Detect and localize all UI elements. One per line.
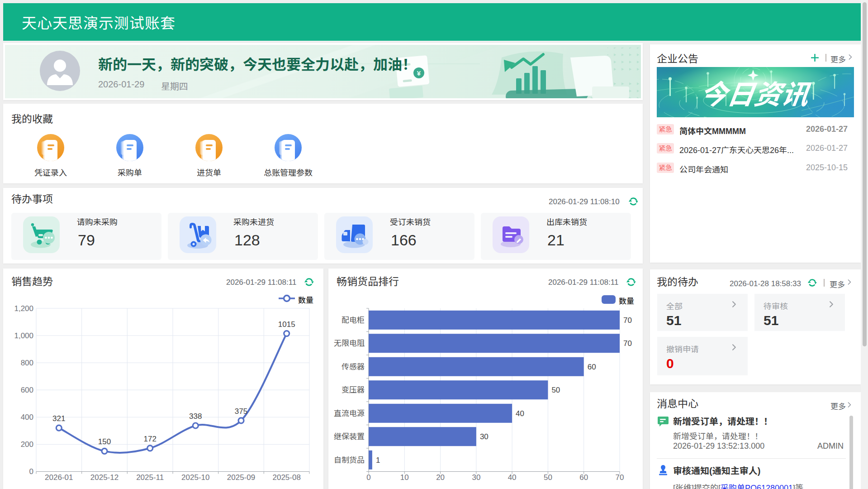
svg-text:10: 10	[400, 473, 409, 482]
svg-text:自制货品: 自制货品	[334, 456, 365, 465]
svg-text:172: 172	[144, 435, 157, 443]
svg-text:200: 200	[21, 440, 33, 449]
svg-text:50: 50	[551, 386, 560, 394]
svg-text:40: 40	[508, 473, 517, 482]
svg-text:2025-11: 2025-11	[136, 473, 164, 482]
svg-text:2025-10: 2025-10	[181, 473, 209, 482]
svg-text:30: 30	[472, 473, 480, 482]
svg-text:70: 70	[623, 316, 632, 325]
svg-text:40: 40	[516, 409, 524, 418]
svg-text:0: 0	[29, 467, 33, 476]
svg-text:60: 60	[579, 473, 588, 482]
svg-text:2025-09: 2025-09	[227, 473, 255, 482]
svg-text:无限电阻: 无限电阻	[334, 339, 365, 348]
svg-text:600: 600	[21, 386, 33, 394]
svg-text:20: 20	[436, 473, 445, 482]
svg-text:0: 0	[366, 473, 370, 482]
svg-text:400: 400	[21, 413, 33, 422]
svg-text:1: 1	[376, 456, 380, 465]
svg-text:338: 338	[189, 412, 202, 421]
svg-text:今日资讯: 今日资讯	[698, 79, 812, 110]
svg-text:变压器: 变压器	[342, 386, 365, 394]
svg-text:直流电源: 直流电源	[334, 409, 365, 418]
svg-text:30: 30	[480, 432, 489, 441]
svg-text:2026-01: 2026-01	[45, 473, 73, 482]
svg-text:配电柜: 配电柜	[342, 316, 365, 325]
svg-text:1,000: 1,000	[14, 331, 33, 340]
svg-text:70: 70	[623, 339, 632, 348]
svg-text:375: 375	[235, 407, 247, 416]
svg-text:2025-08: 2025-08	[273, 473, 301, 482]
svg-text:1,200: 1,200	[14, 304, 33, 313]
svg-text:50: 50	[544, 473, 552, 482]
svg-text:¥: ¥	[417, 69, 421, 77]
svg-text:2025-12: 2025-12	[90, 473, 119, 482]
svg-text:150: 150	[98, 437, 111, 446]
svg-text:70: 70	[616, 473, 624, 482]
svg-text:60: 60	[588, 363, 596, 371]
svg-text:321: 321	[52, 414, 65, 423]
svg-text:800: 800	[21, 359, 33, 367]
svg-text:继保装置: 继保装置	[334, 432, 365, 441]
svg-text:传感器: 传感器	[342, 363, 365, 371]
svg-text:1015: 1015	[278, 320, 295, 329]
